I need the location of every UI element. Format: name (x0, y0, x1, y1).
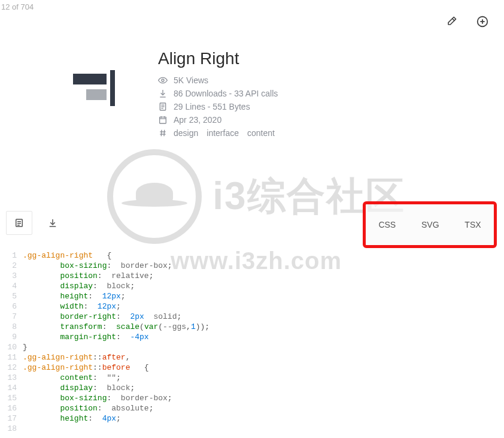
downloads-text: 86 Downloads - 33 API calls (174, 89, 278, 98)
calendar-icon (158, 115, 168, 125)
meta-downloads: 86 Downloads - 33 API calls (158, 89, 278, 98)
file-icon (158, 102, 168, 111)
page-title: Align Right (158, 49, 278, 68)
tab-tsx[interactable]: TSX (460, 209, 485, 240)
tag-item[interactable]: design (174, 128, 198, 138)
svg-line-14 (161, 130, 162, 137)
copy-button[interactable] (6, 211, 32, 235)
svg-line-15 (164, 130, 165, 137)
date-text: Apr 23, 2020 (174, 115, 221, 125)
views-text: 5K Views (174, 75, 208, 85)
icon-info: Align Right 5K Views 86 Downloads - 33 A… (158, 49, 278, 141)
top-actions (444, 14, 490, 29)
add-icon[interactable] (475, 14, 490, 29)
meta-views: 5K Views (158, 75, 278, 85)
tag-item[interactable]: content (247, 128, 275, 138)
eye-icon (158, 75, 168, 85)
code-content[interactable]: .gg-align-right { box-sizing: border-box… (23, 250, 210, 438)
meta-date: Apr 23, 2020 (158, 115, 278, 125)
code-block: 123456789101112131415161718 .gg-align-ri… (0, 250, 504, 438)
format-tabs: CSS SVG TSX (363, 201, 497, 248)
align-right-icon (67, 70, 115, 106)
eyedropper-icon[interactable] (444, 14, 459, 29)
download-icon (158, 89, 168, 98)
meta-lines: 29 Lines - 551 Bytes (158, 102, 278, 111)
meta-tags: design interface content (158, 128, 278, 138)
tab-css[interactable]: CSS (374, 209, 400, 240)
tag-item[interactable]: interface (207, 128, 239, 138)
svg-rect-8 (160, 117, 166, 123)
lines-text: 29 Lines - 551 Bytes (174, 102, 250, 111)
line-gutter: 123456789101112131415161718 (0, 250, 23, 438)
icon-detail-header: Align Right 5K Views 86 Downloads - 33 A… (43, 49, 278, 141)
tags-list: design interface content (174, 128, 275, 138)
download-button[interactable] (40, 211, 66, 235)
icon-preview (43, 49, 139, 127)
pagination-counter: 12 of 704 (1, 2, 34, 11)
tab-svg[interactable]: SVG (417, 209, 444, 240)
svg-point-3 (162, 79, 164, 81)
hash-icon (158, 128, 168, 138)
